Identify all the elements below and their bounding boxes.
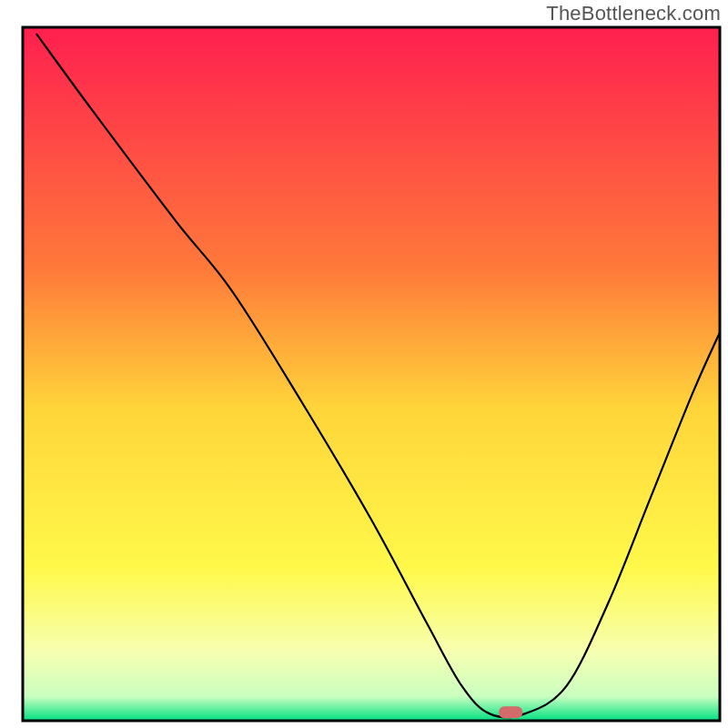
optimal-marker bbox=[499, 706, 522, 718]
bottleneck-chart bbox=[0, 0, 728, 728]
plot-background bbox=[23, 27, 720, 721]
chart-container: { "watermark": "TheBottleneck.com", "cha… bbox=[0, 0, 728, 728]
watermark-text: TheBottleneck.com bbox=[546, 2, 721, 25]
